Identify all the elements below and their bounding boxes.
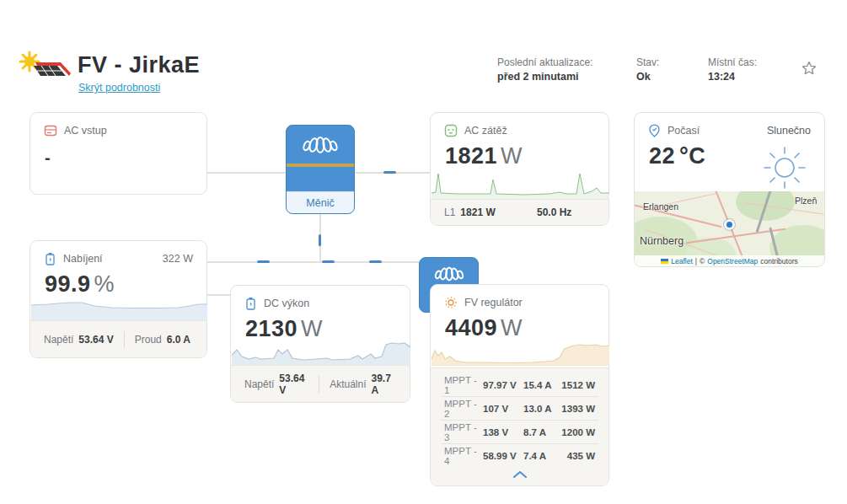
mppt-power: 1393 W xyxy=(560,404,595,414)
power-flow-dash xyxy=(322,260,335,263)
wire-dc-bus xyxy=(207,261,419,263)
card-title: FV regulátor xyxy=(464,297,523,308)
voltage-value: 53.64 V xyxy=(78,334,113,346)
mppt-voltage: 138 V xyxy=(483,427,523,437)
mppt-table: MPPT - 1 97.97 V 15.4 A 1512 W MPPT - 2 … xyxy=(431,367,608,485)
wire-acinput-inverter xyxy=(207,172,286,174)
local-time-value: 13:24 xyxy=(708,71,735,83)
leaflet-link[interactable]: Leaflet xyxy=(671,257,693,265)
weather-condition: Slunečno xyxy=(767,125,811,137)
mppt-voltage: 97.97 V xyxy=(483,380,523,390)
map-city-label: Erlangen xyxy=(643,201,678,212)
card-inverter[interactable]: Měnič xyxy=(286,125,355,214)
card-solar-charger[interactable]: FV regulátor 4409W MPPT - 1 97.97 V 15.4… xyxy=(430,284,609,486)
card-weather[interactable]: Počasí Slunečno 22°C Erlangen Nürnberg P… xyxy=(634,112,825,267)
hide-details-link[interactable]: Skrýt podrobnosti xyxy=(78,82,160,94)
current-label: Proud xyxy=(135,334,162,346)
victron-coil-logo xyxy=(433,265,465,282)
card-title: AC zátěž xyxy=(464,125,507,137)
mppt-power: 1512 W xyxy=(560,380,595,390)
power-flow-dash xyxy=(369,260,382,263)
current-value: 6.0 A xyxy=(167,334,190,346)
battery-charge-icon xyxy=(44,252,56,265)
dc-power-sparkline xyxy=(232,340,410,365)
mppt-row: MPPT - 2 107 V 13.0 A 1393 W xyxy=(444,397,595,420)
ac-input-value: - xyxy=(45,148,51,168)
dc-power-unit: W xyxy=(301,316,323,341)
outlet-icon xyxy=(444,124,458,137)
mppt-label: MPPT - 1 xyxy=(444,375,483,395)
card-dc-power[interactable]: DC výkon 2130W Napětí 53.64 V Aktuální 3… xyxy=(230,285,410,403)
battery-power: 322 W xyxy=(163,253,193,265)
solar-sparkline xyxy=(432,340,609,366)
l1-value: 1821 W xyxy=(460,206,495,218)
inverter-label[interactable]: Měnič xyxy=(287,191,354,213)
victron-coil-logo xyxy=(301,135,340,155)
power-flow-dash xyxy=(383,171,396,174)
grid-box-icon xyxy=(44,124,57,137)
card-title: Nabíjení xyxy=(63,253,103,265)
ac-loads-unit: W xyxy=(501,143,523,169)
wire-battery-dcpower xyxy=(207,294,230,296)
card-battery[interactable]: Nabíjení 322 W 99.9% Napětí 53.64 V Prou… xyxy=(29,240,207,358)
voltage-label: Napětí xyxy=(244,378,274,390)
mppt-current: 8.7 A xyxy=(523,427,560,437)
l1-label: L1 xyxy=(444,206,455,218)
local-time-label: Místní čas: xyxy=(708,56,757,68)
mppt-row: MPPT - 3 138 V 8.7 A 1200 W xyxy=(444,421,595,443)
temperature-unit: °C xyxy=(679,143,705,169)
mppt-power: 435 W xyxy=(560,451,595,461)
attribution-separator: | xyxy=(695,257,697,265)
osm-link[interactable]: OpenStreetMap xyxy=(707,257,758,265)
app-logo xyxy=(19,51,72,91)
sun-icon xyxy=(444,296,458,309)
collapse-chevron-icon[interactable] xyxy=(431,470,608,479)
power-flow-dash xyxy=(319,234,321,246)
solar-power-unit: W xyxy=(501,315,523,340)
frequency-value: 50.0 Hz xyxy=(537,206,571,218)
site-location-marker[interactable] xyxy=(724,219,735,230)
mppt-label: MPPT - 4 xyxy=(444,446,483,466)
power-flow-dash xyxy=(257,260,270,263)
mppt-current: 13.0 A xyxy=(523,404,560,414)
card-title: AC vstup xyxy=(64,125,107,137)
status-value: Ok xyxy=(636,71,651,83)
current-value: 39.7 A xyxy=(372,373,397,396)
mppt-current: 7.4 A xyxy=(523,451,560,461)
attribution-copyright: © xyxy=(700,257,705,265)
page-title: FV - JirkaE xyxy=(78,52,200,78)
map-city-label: Nürnberg xyxy=(640,235,683,247)
weather-map[interactable]: Erlangen Nürnberg Plzeň Leaflet | © Open… xyxy=(635,191,824,266)
inverter-stripe xyxy=(287,164,354,167)
sun-outline-icon xyxy=(760,143,809,192)
mppt-voltage: 107 V xyxy=(483,404,523,414)
soc-unit: % xyxy=(94,271,115,297)
map-city-label: Plzeň xyxy=(795,196,817,206)
location-pin-icon xyxy=(648,124,661,137)
card-ac-input[interactable]: AC vstup - xyxy=(29,112,207,195)
mppt-voltage: 58.99 V xyxy=(483,451,523,461)
voltage-value: 53.64 V xyxy=(279,373,308,396)
dc-power-value: 2130 xyxy=(245,316,298,341)
temperature-value: 22 xyxy=(649,143,675,169)
ac-loads-value: 1821 xyxy=(445,143,497,169)
favorite-star-icon[interactable] xyxy=(801,61,817,79)
card-title: DC výkon xyxy=(264,298,309,309)
battery-sparkline xyxy=(31,298,207,320)
last-update-value: před 2 minutami xyxy=(497,71,579,83)
status-label: Stav: xyxy=(636,56,659,68)
card-ac-loads[interactable]: AC zátěž 1821W L1 1821 W 50.0 Hz xyxy=(430,112,609,226)
soc-value: 99.9 xyxy=(45,271,91,297)
mppt-power: 1200 W xyxy=(560,427,595,437)
mppt-current: 15.4 A xyxy=(523,380,560,390)
mppt-row: MPPT - 1 97.97 V 15.4 A 1512 W xyxy=(444,373,595,396)
battery-icon xyxy=(244,297,257,310)
voltage-label: Napětí xyxy=(44,334,73,346)
ukraine-flag-icon xyxy=(661,259,668,264)
ac-loads-sparkline xyxy=(432,171,609,199)
mppt-label: MPPT - 2 xyxy=(444,399,483,419)
solar-power-value: 4409 xyxy=(445,315,497,340)
last-update-label: Poslední aktualizace: xyxy=(497,56,592,68)
mppt-row: MPPT - 4 58.99 V 7.4 A 435 W xyxy=(444,444,595,467)
attribution-contributors: contributors xyxy=(760,257,797,265)
